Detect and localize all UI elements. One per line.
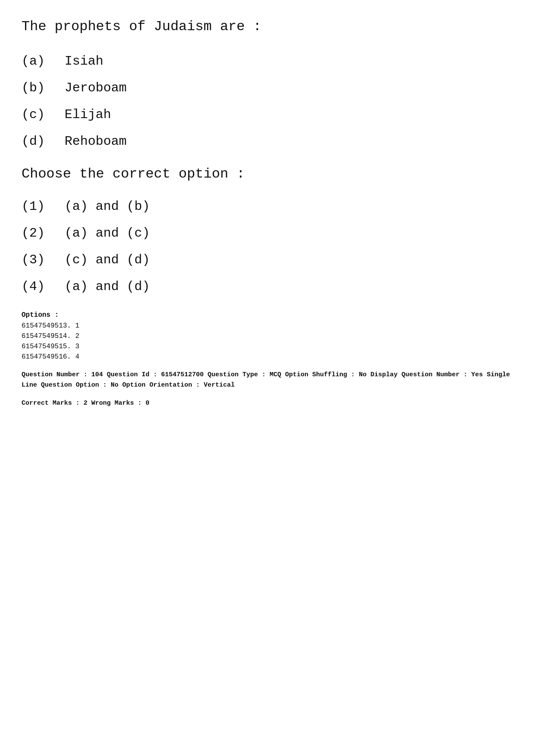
marks-info: Correct Marks : 2 Wrong Marks : 0 bbox=[22, 398, 512, 409]
option-code-1: 61547549513. 1 bbox=[22, 321, 512, 331]
option-b-label: (b) bbox=[22, 81, 65, 95]
answer-option-4-text: (a) and (d) bbox=[65, 279, 150, 294]
options-list: (a) Isiah (b) Jeroboam (c) Elijah (d) Re… bbox=[22, 54, 512, 149]
choose-text: Choose the correct option : bbox=[22, 166, 512, 182]
answer-option-3-text: (c) and (d) bbox=[65, 253, 150, 267]
option-a-text: Isiah bbox=[65, 54, 103, 69]
answer-option-2: (2) (a) and (c) bbox=[22, 226, 512, 241]
answer-option-1-label: (1) bbox=[22, 199, 65, 214]
option-code-4: 61547549516. 4 bbox=[22, 352, 512, 362]
question-text: The prophets of Judaism are : bbox=[22, 17, 512, 37]
answer-option-4-label: (4) bbox=[22, 279, 65, 294]
answer-options-list: (1) (a) and (b) (2) (a) and (c) (3) (c) … bbox=[22, 199, 512, 294]
question-info: Question Number : 104 Question Id : 6154… bbox=[22, 370, 512, 390]
option-code-3: 61547549515. 3 bbox=[22, 341, 512, 352]
answer-option-1: (1) (a) and (b) bbox=[22, 199, 512, 214]
option-d: (d) Rehoboam bbox=[22, 134, 512, 149]
answer-option-3: (3) (c) and (d) bbox=[22, 253, 512, 267]
option-a: (a) Isiah bbox=[22, 54, 512, 69]
answer-option-1-text: (a) and (b) bbox=[65, 199, 150, 214]
option-d-label: (d) bbox=[22, 134, 65, 149]
answer-option-4: (4) (a) and (d) bbox=[22, 279, 512, 294]
option-c-text: Elijah bbox=[65, 107, 111, 122]
answer-option-2-text: (a) and (c) bbox=[65, 226, 150, 241]
options-header: Options : bbox=[22, 311, 512, 319]
metadata-section: Options : 61547549513. 1 61547549514. 2 … bbox=[22, 311, 512, 409]
answer-option-3-label: (3) bbox=[22, 253, 65, 267]
question-container: The prophets of Judaism are : (a) Isiah … bbox=[22, 17, 512, 409]
option-b-text: Jeroboam bbox=[65, 81, 127, 95]
option-c: (c) Elijah bbox=[22, 107, 512, 122]
option-code-2: 61547549514. 2 bbox=[22, 331, 512, 341]
answer-option-2-label: (2) bbox=[22, 226, 65, 241]
option-a-label: (a) bbox=[22, 54, 65, 69]
option-c-label: (c) bbox=[22, 107, 65, 122]
option-d-text: Rehoboam bbox=[65, 134, 127, 149]
option-b: (b) Jeroboam bbox=[22, 81, 512, 95]
